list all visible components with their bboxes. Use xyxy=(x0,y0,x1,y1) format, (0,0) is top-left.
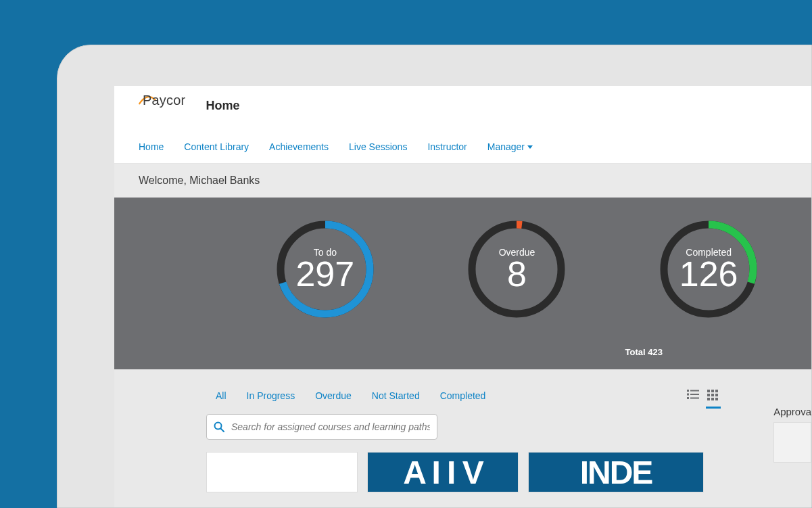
svg-rect-16 xyxy=(711,394,714,396)
svg-rect-9 xyxy=(690,394,699,395)
main-nav: Home Content Library Achievements Live S… xyxy=(114,131,811,164)
header: Paycor Home xyxy=(114,86,811,131)
card-thumbnail: INDE xyxy=(580,454,652,491)
brand-name: Paycor xyxy=(143,93,185,108)
app-window: Paycor Home Home Content Library Achieve… xyxy=(114,86,811,507)
course-cards: A I I V INDE xyxy=(114,440,811,492)
nav-content-library[interactable]: Content Library xyxy=(184,141,249,152)
chevron-down-icon xyxy=(527,145,533,149)
svg-rect-10 xyxy=(687,397,689,399)
list-view-button[interactable] xyxy=(687,390,699,402)
grid-view-button[interactable] xyxy=(707,390,719,402)
filter-overdue[interactable]: Overdue xyxy=(315,390,352,401)
svg-rect-11 xyxy=(690,398,699,399)
svg-rect-6 xyxy=(687,390,689,392)
gauge-completed[interactable]: Completed 126 xyxy=(657,218,760,321)
nav-achievements[interactable]: Achievements xyxy=(269,141,329,152)
svg-rect-12 xyxy=(707,390,710,392)
svg-rect-20 xyxy=(715,398,718,400)
stats-panel: To do 297 Overdue 8 Complete xyxy=(114,198,811,369)
filter-tabs: All In Progress Overdue Not Started Comp… xyxy=(216,390,485,401)
svg-rect-18 xyxy=(707,398,710,400)
search-box xyxy=(206,414,437,440)
nav-live-sessions[interactable]: Live Sessions xyxy=(349,141,407,152)
search-input[interactable] xyxy=(231,421,430,432)
svg-rect-8 xyxy=(687,394,689,396)
filter-completed[interactable]: Completed xyxy=(440,390,486,401)
svg-point-2 xyxy=(472,225,561,314)
search-icon xyxy=(214,421,224,432)
approval-panel xyxy=(773,422,811,463)
brand-logo: Paycor xyxy=(139,93,185,118)
list-icon xyxy=(687,390,699,399)
svg-line-22 xyxy=(221,429,224,432)
filter-not-started[interactable]: Not Started xyxy=(372,390,420,401)
content-area: All In Progress Overdue Not Started Comp… xyxy=(114,369,811,507)
course-card[interactable]: INDE xyxy=(528,452,704,492)
svg-rect-17 xyxy=(715,394,718,396)
course-card[interactable]: A I I V xyxy=(367,452,519,492)
svg-rect-7 xyxy=(690,390,699,392)
card-thumbnail: A I I V xyxy=(403,454,483,491)
nav-instructor[interactable]: Instructor xyxy=(427,141,467,152)
filter-all[interactable]: All xyxy=(216,390,226,401)
page-title: Home xyxy=(206,99,239,113)
course-card[interactable] xyxy=(206,452,358,492)
grid-icon xyxy=(707,390,718,400)
approval-section-label: Approva xyxy=(773,406,811,417)
device-frame: Paycor Home Home Content Library Achieve… xyxy=(57,45,812,508)
nav-home[interactable]: Home xyxy=(139,141,164,152)
gauge-overdue[interactable]: Overdue 8 xyxy=(465,218,568,321)
svg-rect-13 xyxy=(711,390,714,392)
total-count: Total 423 xyxy=(625,347,663,357)
svg-rect-19 xyxy=(711,398,714,400)
filter-in-progress[interactable]: In Progress xyxy=(247,390,295,401)
svg-rect-15 xyxy=(707,394,710,396)
view-toggle xyxy=(687,390,787,402)
welcome-message: Welcome, Michael Banks xyxy=(114,164,811,198)
gauge-todo[interactable]: To do 297 xyxy=(274,218,377,321)
nav-manager[interactable]: Manager xyxy=(487,141,533,152)
svg-rect-14 xyxy=(715,390,718,392)
